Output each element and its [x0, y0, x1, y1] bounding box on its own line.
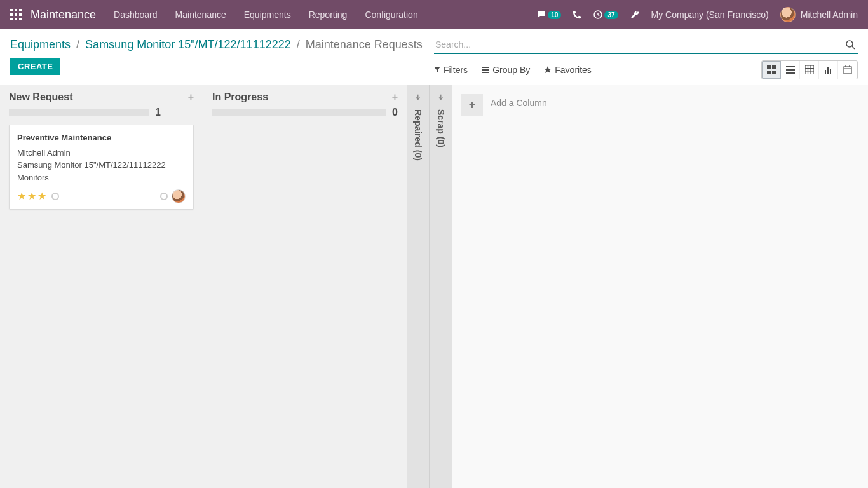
add-column-area: + Add a Column	[452, 85, 868, 488]
user-menu[interactable]: Mitchell Admin	[780, 7, 858, 22]
create-button[interactable]: CREATE	[10, 58, 60, 75]
quick-create-button[interactable]: +	[188, 92, 194, 103]
view-calendar-button[interactable]	[838, 61, 857, 79]
unfold-icon: ➔	[437, 94, 445, 100]
activities-icon[interactable]: 37	[593, 10, 618, 20]
filters-button[interactable]: Filters	[434, 65, 468, 75]
menu-configuration[interactable]: Configuration	[365, 10, 417, 20]
column-header: New Request +	[9, 92, 194, 103]
view-switcher	[761, 60, 858, 79]
kanban-card[interactable]: Preventive Maintenance Mitchell Admin Sa…	[9, 125, 194, 210]
column-count: 1	[155, 107, 161, 118]
assignee-avatar[interactable]	[172, 189, 186, 203]
column-title[interactable]: New Request	[9, 92, 72, 103]
star-icon: ★	[17, 189, 26, 204]
card-equipment: Samsung Monitor 15"/MT/122/11112222	[17, 159, 186, 172]
company-selector[interactable]: My Company (San Francisco)	[651, 10, 769, 20]
star-icon: ★	[37, 189, 46, 204]
apps-icon[interactable]	[10, 9, 22, 20]
add-column-button[interactable]: +	[461, 94, 483, 116]
kanban-state-icon[interactable]	[160, 193, 168, 200]
menu-reporting[interactable]: Reporting	[309, 10, 348, 20]
filter-icon	[434, 67, 440, 73]
breadcrumb-current: Maintenance Requests	[306, 38, 423, 51]
kanban-column-folded-repaired[interactable]: ➔ Repaired (0)	[407, 85, 430, 488]
phone-icon[interactable]	[573, 10, 581, 19]
quick-create-button[interactable]: +	[392, 92, 398, 103]
list-icon	[482, 67, 489, 73]
activity-indicator-icon[interactable]	[51, 193, 59, 200]
search-input[interactable]	[434, 37, 843, 52]
search-icon[interactable]	[843, 39, 858, 50]
svg-rect-10	[786, 69, 795, 71]
svg-rect-2	[482, 67, 489, 68]
user-name: Mitchell Admin	[801, 10, 858, 20]
column-progress: 0	[212, 107, 398, 118]
breadcrumb: Equipments / Samsung Monitor 15"/MT/122/…	[10, 37, 424, 53]
view-list-button[interactable]	[781, 61, 800, 79]
activities-badge: 37	[604, 11, 618, 19]
kanban-view: New Request + 1 Preventive Maintenance M…	[0, 85, 868, 488]
svg-rect-4	[482, 72, 489, 73]
tools-icon[interactable]	[630, 10, 640, 20]
app-title: Maintenance	[31, 8, 96, 22]
breadcrumb-root[interactable]: Equipments	[10, 38, 71, 51]
menu-dashboard[interactable]: Dashboard	[114, 10, 158, 20]
menu-maintenance[interactable]: Maintenance	[175, 10, 226, 20]
breadcrumb-item[interactable]: Samsung Monitor 15"/MT/122/11112222	[85, 38, 291, 51]
topbar: Maintenance Dashboard Maintenance Equipm…	[0, 0, 868, 29]
card-user: Mitchell Admin	[17, 147, 186, 159]
progress-bar[interactable]	[9, 109, 149, 116]
svg-rect-7	[767, 71, 771, 74]
breadcrumb-sep: /	[297, 38, 300, 51]
view-graph-button[interactable]	[819, 61, 838, 79]
card-right	[156, 189, 186, 203]
svg-rect-12	[805, 65, 814, 74]
filters-label: Filters	[444, 65, 468, 75]
column-progress: 1	[9, 107, 194, 118]
svg-point-1	[846, 41, 853, 47]
search-options: Filters Group By Favorites	[434, 65, 761, 75]
svg-rect-6	[772, 65, 776, 69]
favorites-label: Favorites	[555, 65, 592, 75]
search-bar	[434, 37, 858, 54]
card-footer: ★ ★ ★	[17, 189, 186, 204]
breadcrumb-sep: /	[76, 38, 79, 51]
menu-equipments[interactable]: Equipments	[244, 10, 291, 20]
favorites-button[interactable]: Favorites	[544, 65, 592, 75]
svg-rect-8	[772, 71, 776, 74]
user-avatar	[780, 7, 796, 22]
svg-rect-9	[786, 66, 795, 67]
svg-rect-13	[825, 70, 826, 74]
svg-rect-15	[830, 69, 831, 74]
view-pivot-button[interactable]	[800, 61, 819, 79]
groupby-label: Group By	[492, 65, 530, 75]
kanban-column-folded-scrap[interactable]: ➔ Scrap (0)	[430, 85, 452, 488]
search-toolbar: Filters Group By Favorites	[434, 60, 858, 79]
card-category: Monitors	[17, 172, 186, 184]
folded-title: Scrap (0)	[436, 109, 446, 147]
priority-stars[interactable]: ★ ★ ★	[17, 189, 59, 204]
control-panel: Equipments / Samsung Monitor 15"/MT/122/…	[0, 29, 868, 85]
kanban-column-new-request: New Request + 1 Preventive Maintenance M…	[0, 85, 203, 488]
svg-rect-3	[482, 69, 489, 71]
groupby-button[interactable]: Group By	[482, 65, 530, 75]
messages-badge: 10	[548, 11, 561, 19]
star-icon: ★	[27, 189, 36, 204]
messages-icon[interactable]: 10	[536, 10, 561, 20]
column-count: 0	[392, 107, 398, 118]
view-kanban-button[interactable]	[762, 61, 781, 79]
column-title[interactable]: In Progress	[212, 92, 268, 103]
column-header: In Progress +	[212, 92, 398, 103]
unfold-icon: ➔	[414, 94, 423, 100]
progress-bar[interactable]	[212, 109, 386, 116]
star-icon	[544, 66, 552, 74]
top-menu: Dashboard Maintenance Equipments Reporti…	[114, 10, 536, 20]
kanban-column-in-progress: In Progress + 0	[203, 85, 407, 488]
folded-title: Repaired (0)	[413, 109, 423, 161]
svg-rect-11	[786, 72, 795, 74]
card-title: Preventive Maintenance	[17, 132, 186, 144]
topbar-right: 10 37 My Company (San Francisco) Mitchel…	[536, 7, 858, 22]
control-panel-right: Filters Group By Favorites	[434, 29, 868, 85]
add-column-label[interactable]: Add a Column	[491, 94, 547, 108]
